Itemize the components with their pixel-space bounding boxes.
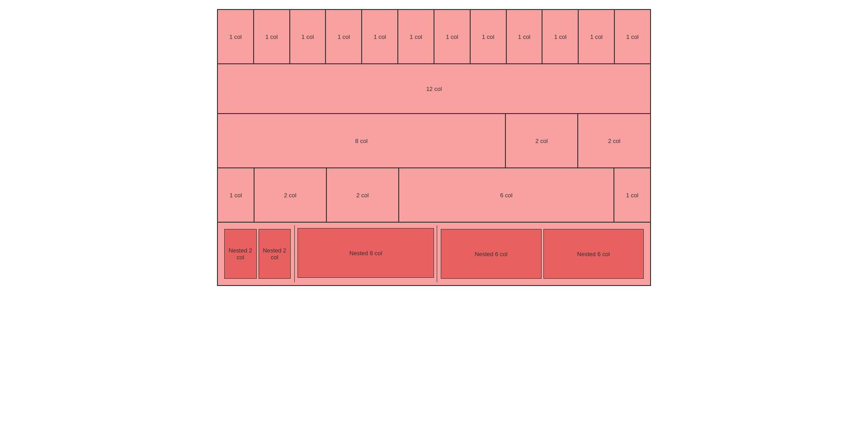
row-1: 1 col 1 col 1 col 1 col 1 col 1 col 1 co… [217,10,651,64]
cell-1-10: 1 col [542,10,578,64]
cell-4-6: 6 col [399,168,614,222]
cell-1-12: 1 col [614,10,651,64]
nested-middle-group: Nested 8 col [295,225,437,282]
cell-1-8: 1 col [470,10,506,64]
row-2: 12 col [217,64,651,114]
cell-4-2a: 2 col [254,168,326,222]
nested-cell-6a: Nested 6 col [441,229,542,279]
cell-2-12: 12 col [217,64,651,114]
cell-4-1a: 1 col [217,168,254,222]
cell-1-1: 1 col [217,10,254,64]
cell-1-9: 1 col [506,10,542,64]
cell-1-5: 1 col [362,10,398,64]
cell-1-3: 1 col [290,10,326,64]
cell-4-2b: 2 col [326,168,399,222]
cell-1-7: 1 col [434,10,470,64]
cell-3-2a: 2 col [505,114,578,168]
row-4: 1 col 2 col 2 col 6 col 1 col [217,168,651,222]
grid-container: 1 col 1 col 1 col 1 col 1 col 1 col 1 co… [217,9,651,286]
cell-3-8: 8 col [217,114,505,168]
row-5: Nested 2 col Nested 2 col Nested 8 col N… [217,222,651,286]
nested-cell-6b: Nested 6 col [543,229,644,279]
cell-1-4: 1 col [326,10,362,64]
nested-right-group: Nested 6 col Nested 6 col [437,225,647,282]
cell-4-1b: 1 col [614,168,651,222]
cell-1-6: 1 col [398,10,434,64]
nested-cell-8: Nested 8 col [297,228,434,278]
row-3: 8 col 2 col 2 col [217,114,651,168]
cell-1-2: 1 col [254,10,290,64]
cell-1-11: 1 col [578,10,614,64]
nested-cell-2a: Nested 2 col [224,229,257,279]
cell-3-2b: 2 col [578,114,651,168]
nested-cell-2b: Nested 2 col [259,229,291,279]
nested-left-group: Nested 2 col Nested 2 col [221,225,295,282]
